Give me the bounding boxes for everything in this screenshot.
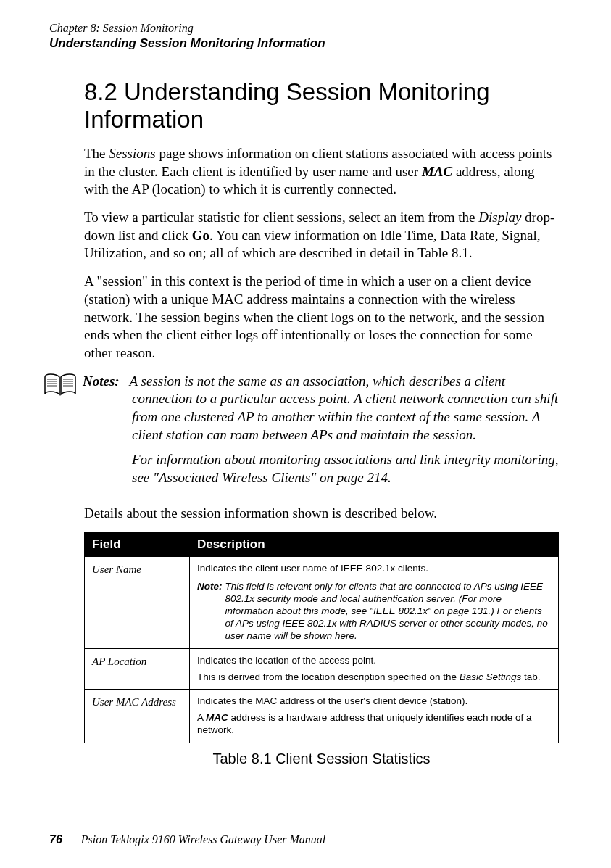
session-statistics-table: Field Description User Name Indicates th…	[84, 532, 559, 743]
display-italic: Display	[478, 210, 521, 225]
header-chapter: Chapter 8: Session Monitoring	[49, 22, 559, 35]
note-label: Note:	[197, 581, 223, 642]
notes-text-2: For information about monitoring associa…	[132, 451, 559, 487]
table-caption: Table 8.1 Client Session Statistics	[84, 751, 559, 767]
basic-settings-italic: Basic Settings	[460, 671, 522, 682]
desc-main-text: Indicates the client user name of IEEE 8…	[197, 563, 551, 575]
desc-cell: Indicates the location of the access poi…	[190, 648, 559, 690]
desc-line: Indicates the MAC address of the user's …	[197, 695, 551, 708]
text-fragment: This is derived from the location descri…	[197, 671, 460, 682]
notes-label: Notes:	[83, 373, 120, 389]
table-header-field: Field	[85, 533, 190, 557]
paragraph-3: A "session" in this context is the perio…	[84, 273, 559, 362]
table-header-row: Field Description	[85, 533, 559, 557]
field-cell: User Name	[85, 557, 190, 648]
section-heading: 8.2 Understanding Session Monitoring Inf…	[84, 78, 559, 133]
table-row: AP Location Indicates the location of th…	[85, 648, 559, 690]
paragraph-1: The Sessions page shows information on c…	[84, 145, 559, 199]
mac-bold: MAC	[206, 712, 228, 723]
paragraph-4: Details about the session information sh…	[84, 505, 559, 523]
page-footer: 76 Psion Teklogix 9160 Wireless Gateway …	[49, 833, 325, 846]
page-number: 76	[49, 833, 62, 846]
note-body: This field is relevant only for clients …	[225, 581, 552, 642]
desc-line: This is derived from the location descri…	[197, 671, 551, 684]
open-book-icon	[43, 373, 77, 397]
desc-cell: Indicates the client user name of IEEE 8…	[190, 557, 559, 648]
table-row: User Name Indicates the client user name…	[85, 557, 559, 648]
text-fragment: tab.	[521, 671, 540, 682]
desc-line: Indicates the location of the access poi…	[197, 655, 551, 667]
notes-body: Notes: A session is not the same as an a…	[83, 373, 559, 497]
text-fragment: The	[84, 146, 109, 161]
page-header: Chapter 8: Session Monitoring Understand…	[49, 22, 559, 51]
desc-line: A MAC address is a hardware address that…	[197, 712, 551, 737]
table-row: User MAC Address Indicates the MAC addre…	[85, 690, 559, 743]
text-fragment: A	[197, 712, 206, 723]
mac-bold: MAC	[422, 164, 452, 179]
sessions-italic: Sessions	[109, 146, 155, 161]
main-content: 8.2 Understanding Session Monitoring Inf…	[84, 78, 559, 767]
notes-block: Notes: A session is not the same as an a…	[84, 373, 559, 497]
cell-note: Note: This field is relevant only for cl…	[197, 581, 551, 642]
text-fragment: address is a hardware address that uniqu…	[197, 712, 532, 735]
footer-text: Psion Teklogix 9160 Wireless Gateway Use…	[81, 833, 325, 846]
text-fragment: To view a particular statistic for clien…	[84, 210, 478, 225]
table-header-description: Description	[190, 533, 559, 557]
notes-text-1: Notes: A session is not the same as an a…	[132, 373, 559, 445]
notes-text-content: A session is not the same as an associat…	[130, 373, 559, 442]
field-cell: AP Location	[85, 648, 190, 690]
go-bold: Go	[192, 228, 209, 243]
desc-cell: Indicates the MAC address of the user's …	[190, 690, 559, 743]
paragraph-2: To view a particular statistic for clien…	[84, 209, 559, 263]
field-cell: User MAC Address	[85, 690, 190, 743]
header-section-title: Understanding Session Monitoring Informa…	[49, 36, 559, 51]
